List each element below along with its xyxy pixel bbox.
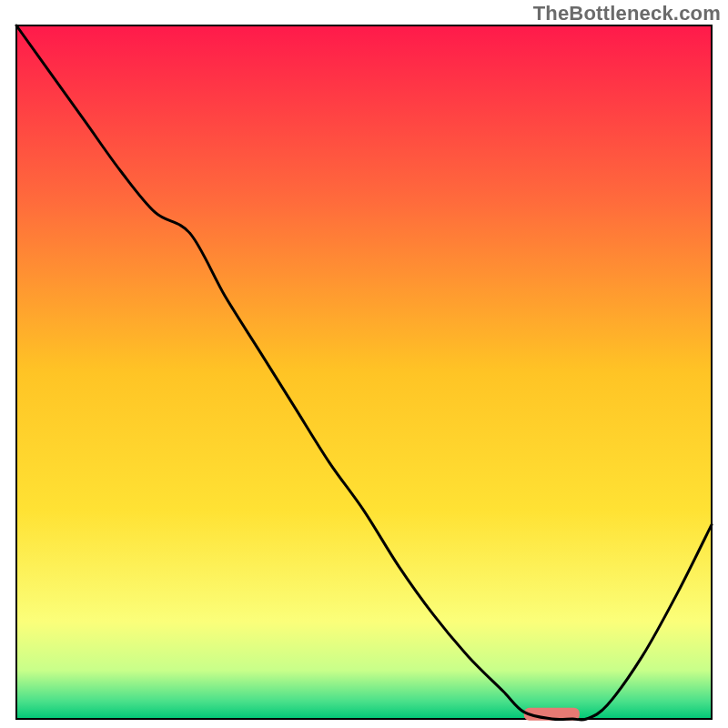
plot-background [16,25,712,719]
bottleneck-chart [0,0,728,728]
